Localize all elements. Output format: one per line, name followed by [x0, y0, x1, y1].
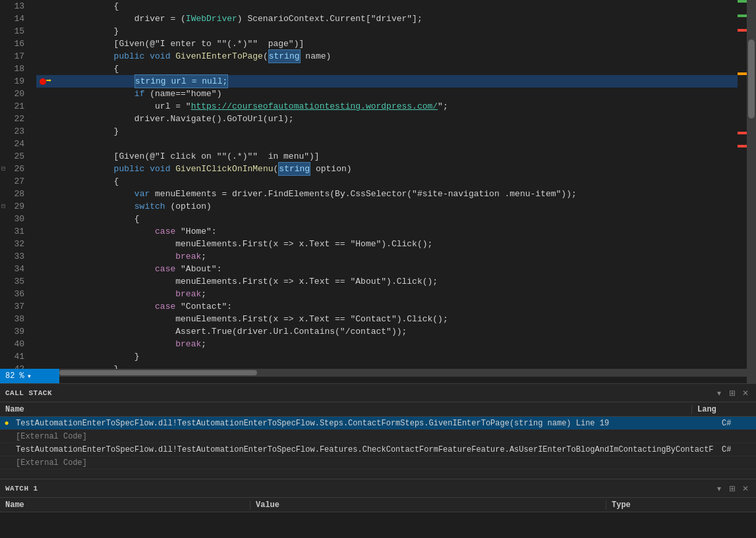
line-number-25: 25 — [0, 150, 30, 163]
horizontal-scrollbar[interactable] — [59, 369, 747, 377]
code-line-17: public void GivenIEnterToPage(string nam… — [36, 50, 738, 63]
line-number-31: 31 — [0, 225, 30, 238]
watch-body — [0, 512, 756, 538]
watch-pin-btn[interactable]: ⊞ — [727, 483, 738, 494]
token: case — [155, 263, 175, 275]
external-code-row: [External Code] — [0, 430, 756, 443]
watch-title: Watch 1 — [5, 485, 714, 493]
token: } — [52, 125, 119, 138]
zoom-value: 82 % — [5, 371, 24, 381]
external-code-row: [External Code] — [0, 456, 756, 470]
h-scrollbar-thumb[interactable] — [59, 370, 257, 375]
line-number-16: 16 — [0, 38, 30, 50]
line-content-23: } — [52, 125, 738, 138]
scrollbar-thumb[interactable] — [748, 40, 755, 119]
call-stack-rows[interactable]: ●TestAutomationEnterToSpecFlow.dll!TestA… — [0, 417, 756, 479]
debug-arrow-19: ➡ — [46, 75, 51, 88]
line-number-35: 35 — [0, 275, 30, 288]
watch-col-value: Value — [250, 500, 606, 510]
code-line-15: } — [36, 25, 738, 38]
code-line-22: driver.Navigate().GoToUrl(url); — [36, 113, 738, 125]
line-number-14: 14 — [0, 13, 30, 25]
line-content-35: menuElements.First(x => x.Text == "About… — [52, 275, 738, 288]
line-number-18: 18 — [0, 63, 30, 75]
token: menuElements.First(x => x.Text == "About… — [52, 275, 438, 288]
token: GivenIEnterToPage — [175, 50, 263, 63]
code-line-35: menuElements.First(x => x.Text == "About… — [36, 275, 738, 288]
code-line-18: { — [36, 63, 738, 75]
watch-panel: Watch 1 ▾ ⊞ ✕ Name Value Type — [0, 479, 756, 538]
line-content-41: } — [52, 350, 738, 363]
token: Assert.True(driver.Url.Contains("/contac… — [52, 325, 407, 338]
token: void — [150, 163, 170, 175]
watch-col-type: Type — [606, 500, 636, 510]
watch-close-btn[interactable]: ✕ — [740, 483, 751, 494]
line-content-30: { — [52, 213, 738, 225]
token: case — [155, 225, 175, 238]
code-line-37: case "Contact": — [36, 300, 738, 313]
call-stack-panel: Call Stack ▾ ⊞ ✕ Name Lang ●TestAutomati… — [0, 383, 756, 479]
line-content-24 — [52, 138, 738, 150]
code-line-38: menuElements.First(x => x.Text == "Conta… — [36, 313, 738, 325]
token: void — [150, 50, 170, 63]
token: { — [52, 213, 140, 225]
line-content-29: switch (option) — [52, 200, 738, 213]
line-content-26: public void GivenIClickOnInMenu(string o… — [52, 162, 738, 176]
code-line-36: break; — [36, 288, 738, 300]
token: "Contact": — [175, 300, 232, 313]
token: } — [52, 363, 119, 369]
gutter-mark-3 — [738, 132, 747, 134]
code-line-42: } — [36, 363, 738, 369]
line-content-19: string url = null; — [52, 74, 738, 88]
zoom-dropdown-icon[interactable]: ▾ — [27, 371, 32, 381]
token — [170, 50, 175, 63]
token — [52, 300, 155, 313]
token: driver = ( — [52, 13, 186, 25]
token: if — [134, 88, 145, 100]
token — [52, 225, 155, 238]
collapse-icon-29[interactable]: ⊟ — [1, 200, 5, 213]
token: "; — [438, 100, 448, 113]
line-content-21: url = "https://courseofautomationtesting… — [52, 100, 738, 113]
line-number-38: 38 — [0, 313, 30, 325]
line-number-29: ⊟29 — [0, 200, 30, 213]
token: break — [175, 288, 201, 300]
token: [Given(@"I click on ""(.*)"" in menu")] — [52, 150, 320, 163]
code-line-28: var menuElements = driver.FindElements(B… — [36, 188, 738, 200]
panel-close-btn[interactable]: ✕ — [740, 388, 751, 398]
line-number-23: 23 — [0, 125, 30, 138]
code-lines[interactable]: { driver = (IWebDriver) ScenarioContext.… — [36, 0, 738, 369]
token: (name=="home") — [144, 88, 221, 100]
line-content-18: { — [52, 63, 738, 75]
token — [52, 188, 134, 200]
line-number-32: 32 — [0, 238, 30, 250]
collapse-icon-26[interactable]: ⊟ — [1, 163, 5, 175]
call-stack-row[interactable]: ●TestAutomationEnterToSpecFlow.dll!TestA… — [0, 417, 756, 430]
code-line-25: [Given(@"I click on ""(.*)"" in menu")] — [36, 150, 738, 163]
watch-dropdown-btn[interactable]: ▾ — [714, 483, 724, 494]
call-stack-row[interactable]: TestAutomationEnterToSpecFlow.dll!TestAu… — [0, 443, 756, 456]
panel-pin-btn[interactable]: ⊞ — [727, 388, 738, 398]
gutter-mark-2 — [738, 29, 747, 32]
breakpoint-col-19[interactable]: ➡ — [39, 75, 52, 88]
panel-dropdown-btn[interactable]: ▾ — [714, 388, 724, 398]
token: ; — [201, 288, 206, 300]
cs-row-name: TestAutomationEnterToSpecFlow.dll!TestAu… — [13, 445, 716, 454]
vertical-scrollbar[interactable] — [747, 0, 756, 369]
line-content-38: menuElements.First(x => x.Text == "Conta… — [52, 313, 738, 325]
code-line-26: public void GivenIClickOnInMenu(string o… — [36, 163, 738, 175]
token: "About": — [175, 263, 221, 275]
line-number-15: 15 — [0, 25, 30, 38]
code-line-30: { — [36, 213, 738, 225]
token: } — [52, 350, 140, 363]
line-content-14: driver = (IWebDriver) ScenarioContext.Cu… — [52, 13, 738, 25]
line-content-20: if (name=="home") — [52, 88, 738, 100]
token — [52, 75, 134, 88]
token: case — [155, 300, 175, 313]
code-line-40: break; — [36, 338, 738, 350]
line-number-22: 22 — [0, 113, 30, 125]
line-number-24: 24 — [0, 138, 30, 150]
token: ( — [263, 50, 268, 63]
token: { — [52, 175, 119, 188]
token — [52, 88, 134, 100]
